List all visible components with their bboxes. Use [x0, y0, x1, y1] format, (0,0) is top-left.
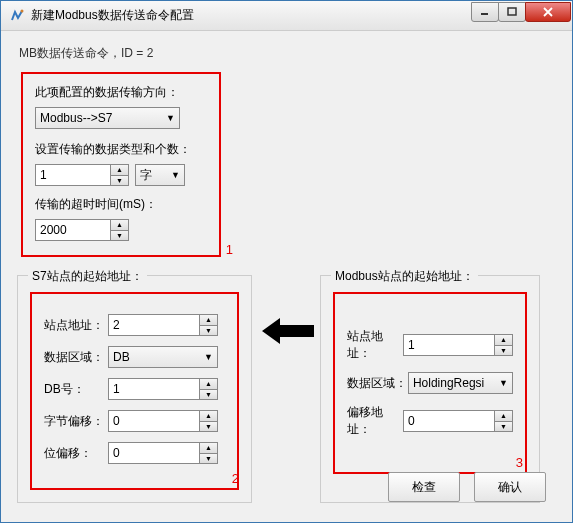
s7-legend: S7站点的起始地址： — [28, 268, 147, 285]
chevron-down-icon: ▼ — [499, 378, 508, 388]
transfer-config-box: 此项配置的数据传输方向： Modbus-->S7 ▼ 设置传输的数据类型和个数：… — [21, 72, 221, 257]
down-icon[interactable]: ▼ — [110, 230, 129, 242]
s7-area-select[interactable]: DB ▼ — [108, 346, 218, 368]
modbus-offset-label: 偏移地址： — [347, 404, 403, 438]
annotation-3: 3 — [516, 455, 523, 470]
chevron-down-icon: ▼ — [166, 113, 175, 123]
ok-button[interactable]: 确认 — [474, 472, 546, 502]
s7-byte-input[interactable] — [108, 410, 200, 432]
s7-area-value: DB — [113, 350, 130, 364]
s7-redbox: 站点地址： ▲▼ 数据区域： DB ▼ DB号 — [30, 292, 239, 490]
timeout-stepper[interactable]: ▲▼ — [35, 219, 129, 241]
check-button[interactable]: 检查 — [388, 472, 460, 502]
modbus-station-stepper[interactable]: ▲▼ — [403, 334, 513, 356]
datatype-value: 字 — [140, 167, 152, 184]
down-icon[interactable]: ▼ — [494, 345, 513, 357]
direction-value: Modbus-->S7 — [40, 111, 112, 125]
datatype-select[interactable]: 字 ▼ — [135, 164, 185, 186]
timeout-input[interactable] — [35, 219, 111, 241]
down-icon[interactable]: ▼ — [110, 175, 129, 187]
timeout-label: 传输的超时时间(mS)： — [35, 196, 207, 213]
s7-station-label: 站点地址： — [44, 317, 108, 334]
s7-bit-label: 位偏移： — [44, 445, 108, 462]
s7-db-label: DB号： — [44, 381, 108, 398]
down-icon[interactable]: ▼ — [494, 421, 513, 433]
s7-byte-label: 字节偏移： — [44, 413, 108, 430]
close-button[interactable] — [525, 2, 571, 22]
down-icon[interactable]: ▼ — [199, 389, 218, 401]
chevron-down-icon: ▼ — [204, 352, 213, 362]
s7-station-input[interactable] — [108, 314, 200, 336]
window-controls — [472, 2, 571, 22]
s7-bit-input[interactable] — [108, 442, 200, 464]
down-icon[interactable]: ▼ — [199, 421, 218, 433]
arrow-left-icon — [262, 317, 314, 349]
modbus-area-label: 数据区域： — [347, 375, 408, 392]
svg-rect-2 — [508, 8, 516, 15]
s7-station-stepper[interactable]: ▲▼ — [108, 314, 218, 336]
annotation-2: 2 — [232, 471, 239, 486]
command-id-label: MB数据传送命令，ID = 2 — [19, 45, 558, 62]
modbus-groupbox: Modbus站点的起始地址： 站点地址： ▲▼ 数据区域： HoldingReg… — [320, 275, 540, 503]
s7-db-input[interactable] — [108, 378, 200, 400]
down-icon[interactable]: ▼ — [199, 453, 218, 465]
modbus-offset-stepper[interactable]: ▲▼ — [403, 410, 513, 432]
direction-select[interactable]: Modbus-->S7 ▼ — [35, 107, 180, 129]
chevron-down-icon: ▼ — [171, 170, 180, 180]
count-stepper[interactable]: ▲▼ — [35, 164, 129, 186]
window-title: 新建Modbus数据传送命令配置 — [31, 7, 472, 24]
modbus-legend: Modbus站点的起始地址： — [331, 268, 478, 285]
app-icon — [9, 8, 25, 24]
modbus-station-label: 站点地址： — [347, 328, 403, 362]
minimize-button[interactable] — [471, 2, 499, 22]
s7-groupbox: S7站点的起始地址： 站点地址： ▲▼ 数据区域： DB ▼ — [17, 275, 252, 503]
modbus-station-input[interactable] — [403, 334, 495, 356]
direction-label: 此项配置的数据传输方向： — [35, 84, 207, 101]
s7-area-label: 数据区域： — [44, 349, 108, 366]
modbus-offset-input[interactable] — [403, 410, 495, 432]
modbus-area-select[interactable]: HoldingRegsi ▼ — [408, 372, 513, 394]
dialog-window: 新建Modbus数据传送命令配置 MB数据传送命令，ID = 2 此项配置的数据… — [0, 0, 573, 523]
s7-db-stepper[interactable]: ▲▼ — [108, 378, 218, 400]
svg-point-0 — [21, 9, 24, 12]
s7-byte-stepper[interactable]: ▲▼ — [108, 410, 218, 432]
maximize-button[interactable] — [498, 2, 526, 22]
down-icon[interactable]: ▼ — [199, 325, 218, 337]
s7-bit-stepper[interactable]: ▲▼ — [108, 442, 218, 464]
modbus-redbox: 站点地址： ▲▼ 数据区域： HoldingRegsi ▼ — [333, 292, 527, 474]
type-count-label: 设置传输的数据类型和个数： — [35, 141, 207, 158]
titlebar[interactable]: 新建Modbus数据传送命令配置 — [1, 1, 572, 31]
annotation-1: 1 — [226, 242, 233, 257]
modbus-area-value: HoldingRegsi — [413, 376, 484, 390]
count-input[interactable] — [35, 164, 111, 186]
client-area: MB数据传送命令，ID = 2 此项配置的数据传输方向： Modbus-->S7… — [1, 31, 572, 522]
